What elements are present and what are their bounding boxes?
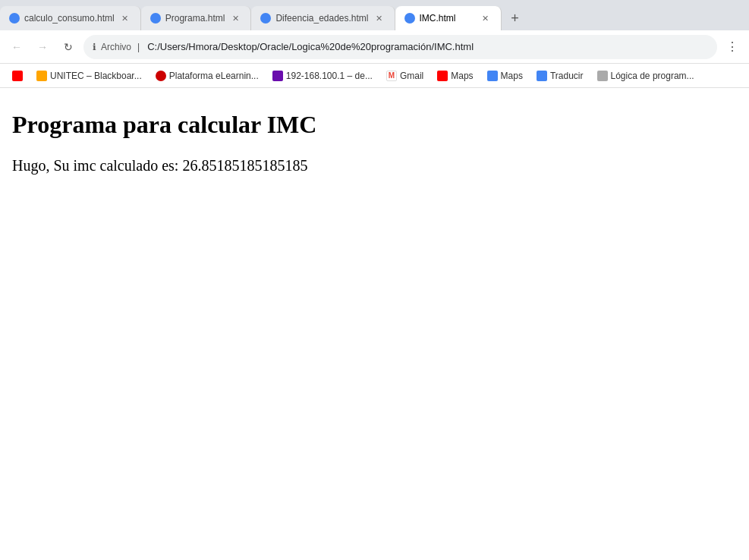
address-bar[interactable]: ℹ Archivo | C:/Users/Hmora/Desktop/Oracl… — [83, 35, 717, 59]
unitec-icon — [36, 71, 47, 81]
lock-icon: ℹ — [93, 42, 96, 52]
page-content: Programa para calcular IMC Hugo, Su imc … — [0, 88, 749, 560]
tab-favicon-2 — [150, 13, 161, 24]
tab-title-4: IMC.html — [420, 13, 475, 24]
bookmark-translate[interactable]: Traducir — [530, 68, 590, 83]
new-tab-button[interactable]: + — [505, 8, 526, 29]
logica-icon — [597, 71, 608, 81]
bookmark-maps-label: Maps — [501, 71, 523, 81]
refresh-button[interactable]: ↻ — [58, 36, 79, 58]
gmail-icon: M — [386, 71, 397, 81]
bookmark-plat[interactable]: Plataforma eLearnin... — [149, 68, 265, 83]
plat-icon — [156, 71, 166, 81]
tab-bar: calculo_consumo.html ✕ Programa.html ✕ D… — [0, 0, 749, 30]
page-body-text: Hugo, Su imc calculado es: 26.8518518518… — [12, 157, 737, 175]
bookmark-gmail[interactable]: M Gmail — [380, 68, 430, 83]
tab-imc[interactable]: IMC.html ✕ — [395, 6, 502, 30]
tab-close-3[interactable]: ✕ — [373, 12, 386, 24]
address-text[interactable]: C:/Users/Hmora/Desktop/Oracle/Logica%20d… — [147, 41, 708, 52]
bookmark-logica[interactable]: Lógica de program... — [591, 68, 700, 83]
tab-title-2: Programa.html — [165, 13, 225, 24]
tab-title-3: Difeencia_edades.html — [275, 13, 368, 24]
yt-icon — [12, 71, 23, 81]
toolbar: ← → ↻ ℹ Archivo | C:/Users/Hmora/Desktop… — [0, 30, 749, 64]
bookmark-plat-label: Plataforma eLearnin... — [169, 71, 259, 81]
address-prefix: Archivo — [101, 42, 131, 52]
moodle-icon — [272, 71, 283, 81]
tab-favicon-1 — [9, 13, 20, 24]
address-separator: | — [137, 42, 140, 52]
tab-calculo-consumo[interactable]: calculo_consumo.html ✕ — [0, 6, 141, 30]
bookmark-moodle[interactable]: 192-168.100.1 – de... — [266, 68, 379, 83]
bookmark-moodle-label: 192-168.100.1 – de... — [286, 71, 373, 81]
maps-icon — [487, 71, 498, 81]
bookmark-maps[interactable]: Maps — [481, 68, 529, 83]
bookmark-unitec[interactable]: UNITEC – Blackboar... — [30, 68, 148, 83]
bookmark-youtube[interactable]: Maps — [431, 68, 479, 83]
tab-programa[interactable]: Programa.html ✕ — [141, 6, 252, 30]
bookmark-yt-icon[interactable] — [6, 68, 29, 83]
tab-close-4[interactable]: ✕ — [480, 12, 492, 24]
tab-difeencia[interactable]: Difeencia_edades.html ✕ — [251, 6, 395, 30]
bookmark-gmail-label: Gmail — [400, 71, 423, 81]
extensions-button[interactable]: ⋮ — [722, 36, 743, 58]
tab-close-1[interactable]: ✕ — [119, 12, 131, 24]
bookmark-youtube-label: Maps — [451, 71, 473, 81]
browser-window: calculo_consumo.html ✕ Programa.html ✕ D… — [0, 0, 749, 560]
bookmarks-bar: UNITEC – Blackboar... Plataforma eLearni… — [0, 64, 749, 88]
bookmark-unitec-label: UNITEC – Blackboar... — [50, 71, 142, 81]
tab-favicon-3 — [260, 13, 271, 24]
translate-icon — [537, 71, 547, 81]
tab-title-1: calculo_consumo.html — [24, 13, 115, 24]
forward-button[interactable]: → — [32, 36, 53, 58]
page-heading: Programa para calcular IMC — [12, 111, 737, 139]
bookmark-translate-label: Traducir — [550, 71, 584, 81]
back-button[interactable]: ← — [6, 36, 27, 58]
bookmark-logica-label: Lógica de program... — [611, 71, 694, 81]
tab-close-2[interactable]: ✕ — [229, 12, 241, 24]
tab-favicon-4 — [404, 13, 415, 24]
youtube-icon — [437, 71, 448, 81]
